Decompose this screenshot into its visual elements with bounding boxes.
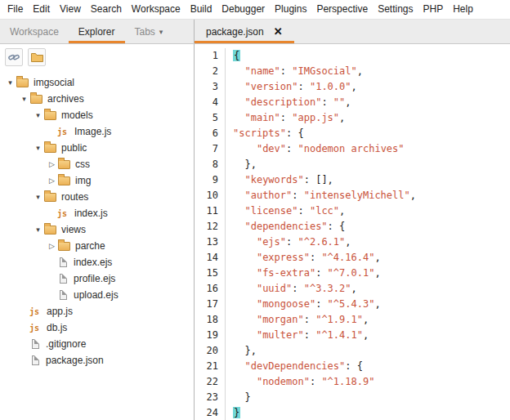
editor-tab-package.json[interactable]: package.json✕: [195, 20, 294, 43]
expand-icon[interactable]: ▷: [47, 172, 57, 189]
code-line[interactable]: 11 "license": "lcc",: [195, 203, 510, 219]
folder-icon: [44, 226, 56, 235]
code-line[interactable]: 20 },: [195, 343, 510, 359]
tree-item-app.js[interactable]: jsapp.js: [0, 303, 194, 319]
code-text: "main": "app.js",: [226, 110, 345, 126]
menu-item-view[interactable]: View: [55, 0, 86, 19]
tree-item-imgsocial[interactable]: ▾imgsocial: [0, 74, 194, 91]
code-line[interactable]: 15 "fs-extra": "^7.0.1",: [195, 266, 510, 281]
code-line[interactable]: 5 "main": "app.js",: [195, 110, 510, 126]
line-number: 1: [195, 48, 226, 64]
file-icon: [60, 274, 67, 284]
tree-item-public[interactable]: ▾public: [0, 140, 194, 156]
link-icon[interactable]: [5, 48, 23, 66]
collapse-icon[interactable]: ▾: [19, 91, 29, 107]
code-line[interactable]: 13 "ejs": "^2.6.1",: [195, 235, 510, 250]
collapse-icon[interactable]: ▾: [33, 107, 43, 123]
code-line[interactable]: 21 "devDependencies": {: [195, 359, 510, 374]
code-line[interactable]: 18 "morgan": "^1.9.1",: [195, 312, 510, 328]
tree-item-upload.ejs[interactable]: upload.ejs: [0, 287, 194, 303]
code-line[interactable]: 17 "mongoose": "^5.4.3",: [195, 297, 510, 312]
line-number: 14: [195, 250, 226, 266]
code-text: {: [226, 48, 240, 64]
code-line[interactable]: 8 },: [195, 157, 510, 172]
code-text: "license": "lcc",: [226, 203, 345, 219]
collapse-icon[interactable]: ▾: [33, 140, 43, 156]
tree-item-.gitignore[interactable]: .gitignore: [0, 336, 194, 352]
close-icon[interactable]: ✕: [274, 25, 283, 38]
panel-tab-label: Explorer: [78, 26, 115, 38]
tree-item-db.js[interactable]: jsdb.js: [0, 319, 194, 336]
menu-item-php[interactable]: PHP: [418, 0, 449, 19]
tree-item-label: Image.js: [74, 126, 111, 137]
code-line[interactable]: 3 "version": "1.0.0",: [195, 79, 510, 95]
panel-tab-label: Workspace: [10, 26, 59, 38]
tree-item-views[interactable]: ▾views: [0, 221, 194, 238]
panel-tab-workspace[interactable]: Workspace: [0, 20, 69, 43]
code-line[interactable]: 6"scripts": {: [195, 126, 510, 141]
code-line[interactable]: 23 }: [195, 390, 510, 405]
menu-item-search[interactable]: Search: [86, 0, 127, 19]
panel-tab-tabs[interactable]: Tabs▾: [125, 20, 173, 43]
code-text: "scripts": {: [226, 126, 304, 141]
code-line[interactable]: 10 "author": "intenselyMichell",: [195, 188, 510, 203]
menu-item-help[interactable]: Help: [448, 0, 478, 19]
code-line[interactable]: 19 "multer": "^1.4.1",: [195, 328, 510, 343]
collapse-icon[interactable]: ▾: [5, 74, 16, 91]
code-text: "author": "intenselyMichell",: [226, 188, 416, 203]
code-line[interactable]: 1{: [195, 48, 510, 64]
panel-tab-label: Tabs: [135, 26, 155, 38]
tree-item-label: app.js: [46, 306, 73, 317]
tree-item-label: index.ejs: [73, 257, 112, 268]
collapse-icon[interactable]: ▾: [33, 189, 43, 205]
expand-icon[interactable]: ▷: [47, 156, 57, 172]
code-line[interactable]: 16 "uuid": "^3.3.2",: [195, 281, 510, 297]
code-line[interactable]: 4 "description": "",: [195, 95, 510, 110]
code-line[interactable]: 2 "name": "IMGsocial",: [195, 64, 510, 79]
panel-tab-explorer[interactable]: Explorer: [69, 20, 125, 43]
collapse-icon[interactable]: ▾: [33, 221, 43, 238]
code-line[interactable]: 12 "dependencies": {: [195, 219, 510, 235]
file-tree: ▾imgsocial▾archives▾modelsjsImage.js▾pub…: [0, 69, 194, 420]
line-number: 15: [195, 266, 226, 281]
code-line[interactable]: 14 "express": "^4.16.4",: [195, 250, 510, 266]
tree-item-routes[interactable]: ▾routes: [0, 189, 194, 205]
line-number: 19: [195, 328, 226, 343]
line-number: 24: [195, 405, 226, 420]
menu-item-build[interactable]: Build: [186, 0, 217, 19]
code-line[interactable]: 7 "dev": "nodemon archives": [195, 141, 510, 157]
menu-item-edit[interactable]: Edit: [28, 0, 55, 19]
menu-item-file[interactable]: File: [2, 0, 28, 19]
code-editor[interactable]: 1{2 "name": "IMGsocial",3 "version": "1.…: [195, 44, 510, 420]
tree-item-label: parche: [74, 240, 105, 252]
tree-item-label: imgsocial: [33, 77, 74, 88]
tree-item-archives[interactable]: ▾archives: [0, 91, 194, 107]
tree-item-package.json[interactable]: package.json: [0, 352, 194, 369]
file-icon: [32, 339, 39, 349]
line-number: 7: [195, 141, 226, 157]
tree-item-parche[interactable]: ▷parche: [0, 238, 194, 254]
js-file-icon: js: [29, 307, 42, 316]
code-line[interactable]: 9 "keywords": [],: [195, 172, 510, 188]
tree-item-index.ejs[interactable]: index.ejs: [0, 254, 194, 270]
tree-item-index.js[interactable]: jsindex.js: [0, 205, 194, 221]
code-line[interactable]: 22 "nodemon": "^1.18.9": [195, 374, 510, 390]
line-number: 12: [195, 219, 226, 235]
folder-icon[interactable]: [28, 48, 46, 66]
expand-icon[interactable]: ▷: [47, 238, 57, 254]
tree-item-img[interactable]: ▷img: [0, 172, 194, 189]
tree-item-models[interactable]: ▾models: [0, 107, 194, 123]
code-text: "ejs": "^2.6.1",: [226, 235, 351, 250]
menu-item-plugins[interactable]: Plugins: [270, 0, 311, 19]
line-number: 4: [195, 95, 226, 110]
tree-item-image.js[interactable]: jsImage.js: [0, 123, 194, 140]
tree-item-css[interactable]: ▷css: [0, 156, 194, 172]
menu-item-workspace[interactable]: Workspace: [127, 0, 186, 19]
code-line[interactable]: 24}: [195, 405, 510, 420]
menu-item-settings[interactable]: Settings: [373, 0, 418, 19]
code-text: "fs-extra": "^7.0.1",: [226, 266, 381, 281]
menu-item-debugger[interactable]: Debugger: [217, 0, 270, 19]
code-text: }: [226, 405, 240, 420]
menu-item-perspective[interactable]: Perspective: [311, 0, 373, 19]
tree-item-profile.ejs[interactable]: profile.ejs: [0, 270, 194, 287]
